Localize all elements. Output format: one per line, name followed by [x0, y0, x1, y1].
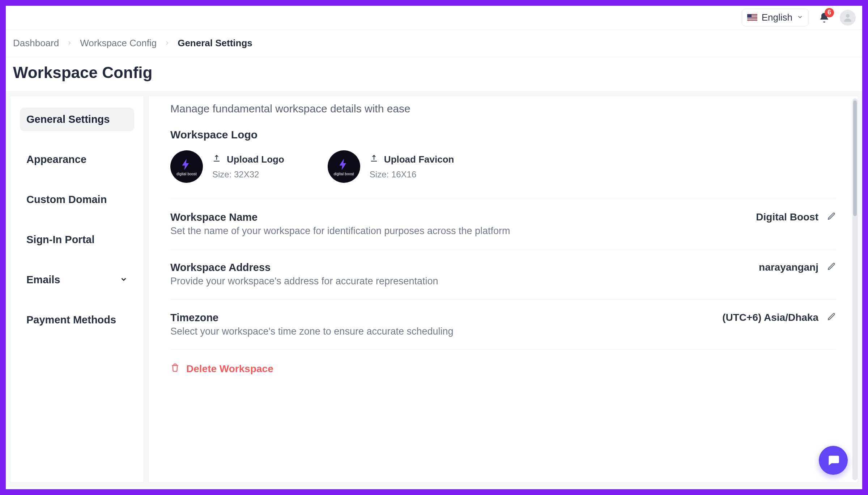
content-subheading: Manage fundamental workspace details wit… — [170, 103, 836, 115]
setting-description: Set the name of your workspace for ident… — [170, 225, 745, 237]
delete-workspace-label: Delete Workspace — [186, 363, 273, 375]
setting-value: narayanganj — [759, 262, 818, 273]
upload-icon — [212, 154, 221, 165]
section-title-workspace-logo: Workspace Logo — [170, 129, 836, 141]
setting-description: Select your workspace's time zone to ens… — [170, 326, 711, 337]
workspace-logo-preview: digital boost — [170, 150, 203, 183]
logo-badge-text: digital boost — [334, 172, 354, 176]
sidebar-item-emails[interactable]: Emails — [20, 268, 134, 292]
sidebar-item-label: Custom Domain — [26, 194, 107, 206]
breadcrumb-item-general-settings: General Settings — [178, 38, 252, 49]
setting-title: Workspace Address — [170, 262, 748, 274]
delete-workspace-button[interactable]: Delete Workspace — [170, 363, 836, 375]
breadcrumb-item-dashboard[interactable]: Dashboard — [13, 38, 59, 49]
upload-logo-size: Size: 32X32 — [212, 169, 284, 180]
avatar[interactable] — [840, 10, 856, 26]
chevron-down-icon — [120, 274, 128, 286]
content-panel: Manage fundamental workspace details wit… — [148, 96, 858, 483]
svg-rect-5 — [747, 21, 757, 21]
sidebar-item-label: Emails — [26, 274, 60, 286]
upload-logo-label: Upload Logo — [227, 154, 284, 165]
breadcrumb-item-workspace-config[interactable]: Workspace Config — [80, 38, 157, 49]
upload-favicon-size: Size: 16X16 — [370, 169, 454, 180]
setting-row-timezone: Timezone Select your workspace's time zo… — [170, 300, 836, 350]
sidebar-item-label: Appearance — [26, 154, 86, 165]
sidebar-item-custom-domain[interactable]: Custom Domain — [20, 188, 134, 211]
chevron-right-icon — [66, 38, 73, 49]
upload-icon — [370, 154, 378, 165]
edit-timezone-button[interactable] — [827, 312, 836, 323]
page-title: Workspace Config — [6, 57, 862, 91]
upload-favicon-button[interactable]: Upload Favicon — [370, 154, 454, 165]
language-selector[interactable]: English — [742, 9, 809, 26]
svg-rect-3 — [747, 18, 757, 18]
notifications-button[interactable]: 6 — [818, 12, 830, 24]
setting-title: Workspace Name — [170, 211, 745, 223]
sidebar: General Settings Appearance Custom Domai… — [10, 96, 144, 483]
sidebar-item-label: Payment Methods — [26, 314, 116, 326]
sidebar-item-sign-in-portal[interactable]: Sign-In Portal — [20, 228, 134, 251]
setting-row-workspace-name: Workspace Name Set the name of your work… — [170, 199, 836, 249]
chevron-down-icon — [797, 14, 803, 22]
sidebar-item-payment-methods[interactable]: Payment Methods — [20, 308, 134, 332]
workspace-favicon-preview: digital boost — [328, 150, 360, 183]
sidebar-item-general-settings[interactable]: General Settings — [20, 108, 134, 131]
setting-title: Timezone — [170, 312, 711, 324]
notification-badge: 6 — [825, 8, 834, 17]
chat-fab-button[interactable] — [819, 446, 848, 475]
setting-value: (UTC+6) Asia/Dhaka — [722, 312, 818, 323]
scrollbar-thumb[interactable] — [853, 100, 857, 216]
scrollbar[interactable] — [852, 98, 858, 480]
svg-rect-4 — [747, 19, 757, 20]
svg-point-7 — [846, 14, 850, 18]
sidebar-item-label: General Settings — [26, 113, 110, 125]
setting-row-workspace-address: Workspace Address Provide your workspace… — [170, 249, 836, 300]
setting-value: Digital Boost — [756, 211, 818, 223]
setting-description: Provide your workspace's address for acc… — [170, 276, 748, 287]
logo-badge-text: digital boost — [176, 172, 197, 176]
sidebar-item-appearance[interactable]: Appearance — [20, 148, 134, 171]
upload-favicon-label: Upload Favicon — [384, 154, 454, 165]
language-label: English — [762, 12, 792, 23]
flag-us-icon — [747, 14, 757, 21]
edit-workspace-name-button[interactable] — [827, 211, 836, 223]
edit-workspace-address-button[interactable] — [827, 262, 836, 273]
trash-icon — [170, 363, 180, 375]
sidebar-item-label: Sign-In Portal — [26, 234, 95, 246]
upload-logo-button[interactable]: Upload Logo — [212, 154, 284, 165]
breadcrumb: Dashboard Workspace Config General Setti… — [6, 30, 862, 57]
chevron-right-icon — [164, 38, 170, 49]
svg-rect-6 — [747, 14, 752, 18]
